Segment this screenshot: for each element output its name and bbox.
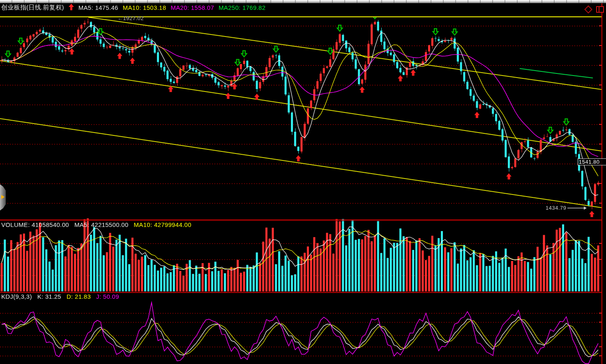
- volume-ma5-label: MA5: 42215500.00: [74, 221, 129, 228]
- ma250-legend: MA250: 1769.82: [219, 4, 265, 11]
- trading-app-window: 创业板指(日线.前复权) MA5: 1475.46 MA10: 1503.18 …: [0, 0, 606, 364]
- split-window-icon[interactable]: [596, 6, 604, 13]
- ma20-legend: MA20: 1558.07: [171, 4, 214, 11]
- diamond-icon[interactable]: [584, 5, 592, 14]
- volume-value-label: VOLUME: 41058540.00: [1, 221, 69, 228]
- chart-title-bar: 创业板指(日线.前复权) MA5: 1475.46 MA10: 1503.18 …: [1, 4, 265, 11]
- kdj-indicator-label: KDJ(9,3,3): [1, 293, 32, 300]
- peak-price-label: ←1927.02: [118, 15, 144, 21]
- split-window-divider: [599, 7, 599, 12]
- volume-panel-header: VOLUME: 41058540.00 MA5: 42215500.00 MA1…: [1, 221, 191, 228]
- title-bar-corner-icons: [585, 6, 604, 13]
- last-price-tag: 1541.80: [578, 158, 606, 165]
- kdj-j-label: J: 50.09: [96, 293, 119, 300]
- up-arrow-icon: [69, 4, 74, 11]
- chart-canvas[interactable]: [0, 0, 606, 364]
- symbol-title: 创业板指(日线.前复权): [1, 4, 64, 11]
- top-scrollbar[interactable]: [0, 0, 606, 3]
- volume-ma10-label: MA10: 42799944.00: [134, 221, 191, 228]
- ma5-legend: MA5: 1475.46: [78, 4, 118, 11]
- scrollbar-ticks: [0, 0, 606, 3]
- low-price-label: 1434.79: [546, 205, 587, 211]
- ma10-legend: MA10: 1503.18: [123, 4, 166, 11]
- kdj-d-label: D: 21.83: [67, 293, 91, 300]
- kdj-k-label: K: 31.25: [37, 293, 61, 300]
- low-price-text: 1434.79: [546, 205, 567, 211]
- expander-triangle-icon: [1, 195, 5, 199]
- low-pointer-arrow-icon: [567, 206, 587, 210]
- kdj-panel-header: KDJ(9,3,3) K: 31.25 D: 21.83 J: 50.09: [1, 293, 119, 300]
